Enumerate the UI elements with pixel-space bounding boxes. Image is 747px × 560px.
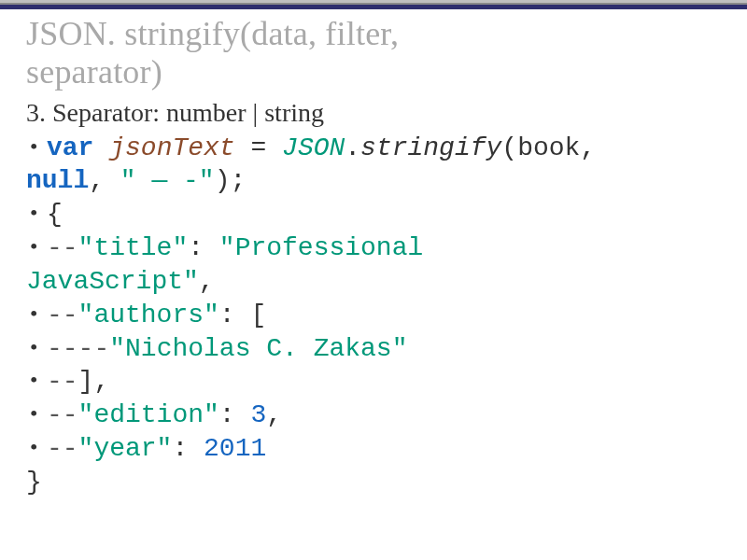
subheading: 3. Separator: number | string xyxy=(26,96,721,130)
variable-name: jsonText xyxy=(93,133,234,162)
slide-title: JSON. stringify(data, filter, separator) xyxy=(26,15,721,92)
value-title-part1: "Professional xyxy=(219,233,423,262)
slide-body: 3. Separator: number | string var jsonTe… xyxy=(26,96,721,499)
code-line-null: null, " — -"); xyxy=(26,164,721,198)
code-line-title: --"title": "Professional xyxy=(26,231,721,265)
code-line-var: var jsonText = JSON.stringify(book, xyxy=(26,132,721,165)
key-title: "title" xyxy=(78,233,189,262)
code-line-author-name: ----"Nicholas C. Zakas" xyxy=(26,332,721,366)
stringify-method: stringify xyxy=(360,133,501,162)
slide-content: JSON. stringify(data, filter, separator)… xyxy=(0,9,747,499)
value-title-part2: JavaScript" xyxy=(26,267,199,296)
key-edition: "edition" xyxy=(78,400,219,429)
separator-string: " — -" xyxy=(120,166,215,195)
title-accent-bar xyxy=(0,0,747,9)
title-line-2: separator) xyxy=(26,53,162,91)
key-authors: "authors" xyxy=(78,301,219,329)
value-year: 2011 xyxy=(204,434,266,463)
json-type: JSON xyxy=(282,133,345,162)
keyword-null: null xyxy=(26,166,89,195)
title-line-1: JSON. stringify(data, filter, xyxy=(26,15,399,52)
code-line-authors: --"authors": [ xyxy=(26,299,721,332)
code-line-title-wrap: JavaScript", xyxy=(26,265,721,299)
code-block: var jsonText = JSON.stringify(book, null… xyxy=(26,132,721,499)
code-line-edition: --"edition": 3, xyxy=(26,399,721,432)
code-line-open-brace: { xyxy=(26,198,721,231)
slide: JSON. stringify(data, filter, separator)… xyxy=(0,0,747,560)
code-line-year: --"year": 2011 xyxy=(26,432,721,466)
keyword-var: var xyxy=(47,133,93,162)
code-line-array-close: --], xyxy=(26,365,721,399)
value-edition: 3 xyxy=(250,400,266,429)
key-year: "year" xyxy=(78,434,173,463)
value-author: "Nicholas C. Zakas" xyxy=(109,334,407,363)
code-line-close-brace: } xyxy=(26,466,721,499)
